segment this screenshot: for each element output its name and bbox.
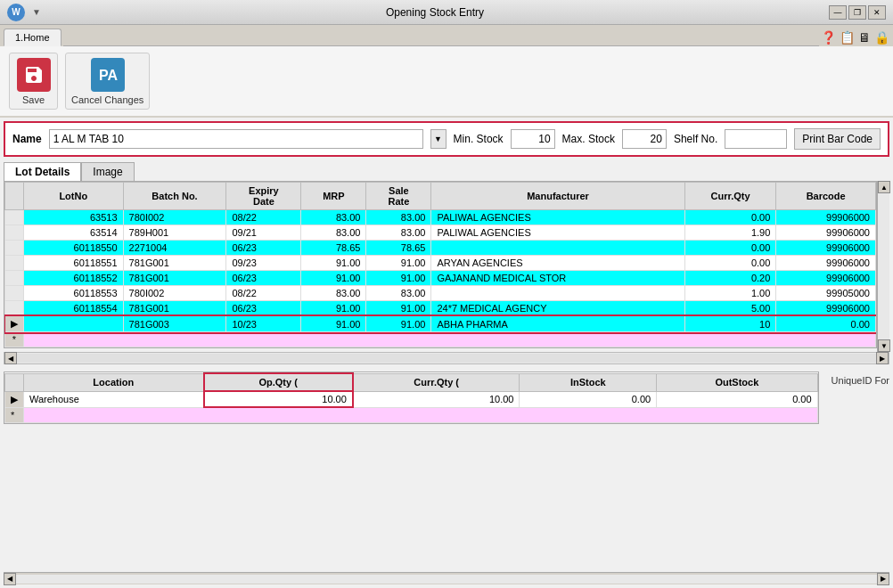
tab-image[interactable]: Image (81, 162, 134, 181)
section-tabs: Lot Details Image (4, 162, 889, 181)
cell-sale: 83.00 (366, 286, 431, 301)
bottom-hscroll-right[interactable]: ▶ (877, 573, 889, 585)
cell-manufacturer: ARYAN AGENCIES (431, 256, 684, 271)
print-barcode-button[interactable]: Print Bar Code (794, 128, 881, 150)
max-stock-input[interactable] (622, 129, 667, 149)
bot-col-arrow (5, 373, 24, 391)
col-lotno: LotNo (24, 183, 124, 210)
cell-barcode: 99906000 (776, 225, 876, 241)
row-arrow (5, 271, 24, 286)
table-row[interactable]: 63513 780I002 08/22 83.00 83.00 PALIWAL … (5, 210, 876, 225)
lot-table-hscroll[interactable]: ◀ ▶ (4, 352, 889, 364)
cell-sale: 91.00 (366, 316, 431, 332)
cell-mrp: 91.00 (301, 316, 366, 332)
bot-cell-opqty: 10.00 (204, 391, 353, 407)
bottom-table-row[interactable]: ▶ Warehouse 10.00 10.00 0.00 0.00 (5, 391, 818, 407)
name-input[interactable] (49, 129, 423, 149)
row-arrow-new: * (5, 332, 24, 347)
bot-col-location: Location (24, 373, 204, 391)
cell-lotno (24, 316, 124, 332)
bot-col-opqty: Op.Qty ( (204, 373, 353, 391)
cell-curr-qty: 1.90 (684, 225, 776, 241)
bottom-hscroll-track[interactable] (16, 575, 877, 584)
bot-cell-outstock: 0.00 (657, 391, 817, 407)
bottom-hscroll-left[interactable]: ◀ (4, 573, 16, 585)
table-row-new[interactable]: * (5, 332, 876, 347)
minimize-button[interactable]: — (829, 5, 847, 20)
cell-sale: 83.00 (366, 225, 431, 241)
table-row[interactable]: 60118554 781G001 06/23 91.00 91.00 24*7 … (5, 301, 876, 316)
vscroll-track[interactable] (878, 193, 889, 339)
close-button[interactable]: ✕ (868, 5, 886, 20)
cell-expiry: 09/23 (226, 256, 301, 271)
lot-table-vscroll[interactable]: ▲ ▼ (877, 181, 889, 352)
bot-col-outstock: OutStock (657, 373, 817, 391)
cell-manufacturer (431, 241, 684, 256)
bottom-table-container: Location Op.Qty ( Curr.Qty ( InStock Out… (4, 372, 819, 424)
tab-lot-details[interactable]: Lot Details (4, 162, 81, 181)
name-field-label: Name (12, 133, 42, 145)
table-row[interactable]: 60118552 781G001 06/23 91.00 91.00 GAJAN… (5, 271, 876, 286)
cell-barcode: 99906000 (776, 210, 876, 225)
cell-manufacturer (431, 286, 684, 301)
row-arrow (5, 225, 24, 241)
bottom-hscrollbar[interactable]: ◀ ▶ (4, 572, 889, 584)
cell-manufacturer: 24*7 MEDICAL AGENCY (431, 301, 684, 316)
min-stock-input[interactable] (511, 129, 555, 149)
cell-lotno: 60118553 (24, 286, 124, 301)
hscroll-right[interactable]: ▶ (876, 352, 889, 364)
col-expiry: ExpiryDate (226, 183, 301, 210)
table-row-selected[interactable]: ▶ 781G003 10/23 91.00 91.00 ABHA PHARMA … (5, 316, 876, 332)
cell-curr-qty: 5.00 (684, 301, 776, 316)
lock-icon[interactable]: 🔒 (874, 30, 889, 45)
shelf-input[interactable] (725, 129, 787, 149)
clipboard-icon[interactable]: 📋 (840, 30, 855, 45)
cell-mrp: 91.00 (301, 256, 366, 271)
cell-manufacturer: PALIWAL AGENCIES (431, 225, 684, 241)
hscroll-left[interactable]: ◀ (4, 352, 17, 364)
cell-mrp: 83.00 (301, 286, 366, 301)
cell-lotno: 63513 (24, 210, 124, 225)
cell-expiry: 10/23 (226, 316, 301, 332)
cell-lotno: 63514 (24, 225, 124, 241)
cell-sale: 83.00 (366, 210, 431, 225)
bot-cell-currqty: 10.00 (353, 391, 520, 407)
table-row[interactable]: 60118553 780I002 08/22 83.00 83.00 1.00 … (5, 286, 876, 301)
cell-expiry: 08/22 (226, 210, 301, 225)
empty-space (4, 428, 889, 573)
bottom-table-new-row[interactable]: * (5, 407, 818, 422)
monitor-icon[interactable]: 🖥 (858, 30, 871, 45)
col-arrow (5, 183, 24, 210)
col-mrp: MRP (301, 183, 366, 210)
name-dropdown-arrow[interactable]: ▼ (430, 129, 446, 149)
row-arrow (5, 210, 24, 225)
save-button[interactable]: Save (9, 53, 58, 110)
bot-col-instock: InStock (520, 373, 657, 391)
restore-button[interactable]: ❐ (848, 5, 866, 20)
vscroll-up[interactable]: ▲ (878, 181, 890, 193)
cell-curr-qty: 0.00 (684, 256, 776, 271)
tab-home[interactable]: 1.Home (4, 29, 61, 46)
menu-icon: ▼ (32, 7, 41, 17)
cell-mrp: 91.00 (301, 301, 366, 316)
cancel-changes-button[interactable]: PA Cancel Changes (65, 53, 150, 110)
hscroll-track[interactable] (17, 354, 876, 363)
cell-curr-qty: 0.00 (684, 241, 776, 256)
cancel-label: Cancel Changes (71, 94, 143, 105)
table-row[interactable]: 63514 789H001 09/21 83.00 83.00 PALIWAL … (5, 225, 876, 241)
bot-new-empty (24, 407, 818, 422)
table-row[interactable]: 60118550 2271004 06/23 78.65 78.65 0.00 … (5, 241, 876, 256)
vscroll-down[interactable]: ▼ (878, 339, 890, 352)
cell-lotno: 60118551 (24, 256, 124, 271)
cell-batch: 781G001 (123, 301, 226, 316)
cell-lotno: 60118554 (24, 301, 124, 316)
bot-col-currqty: Curr.Qty ( (353, 373, 520, 391)
row-arrow (5, 241, 24, 256)
cell-manufacturer: PALIWAL AGENCIES (431, 210, 684, 225)
cell-barcode: 99906000 (776, 301, 876, 316)
cell-batch: 780I002 (123, 210, 226, 225)
help-icon[interactable]: ❓ (821, 30, 836, 45)
name-row: Name ▼ Min. Stock Max. Stock Shelf No. P… (4, 121, 889, 157)
table-row[interactable]: 60118551 781G001 09/23 91.00 91.00 ARYAN… (5, 256, 876, 271)
row-arrow (5, 301, 24, 316)
